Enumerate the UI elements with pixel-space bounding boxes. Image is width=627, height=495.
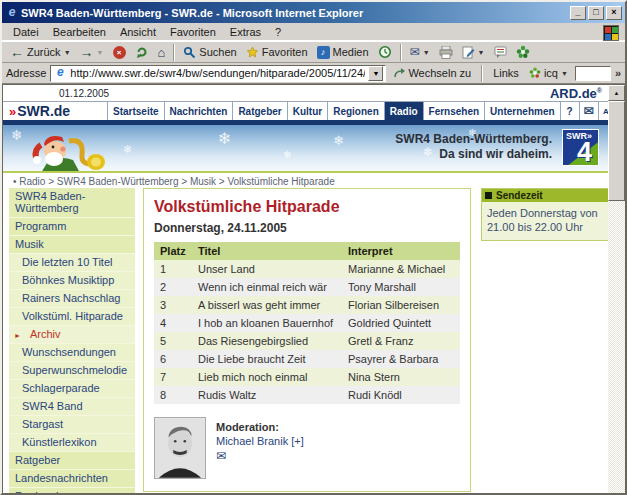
menu-item[interactable]: Extras — [223, 24, 268, 40]
mail-icon: ✉ — [410, 46, 420, 58]
nav-tab[interactable]: Regionen — [327, 102, 384, 120]
sidebar-item[interactable]: ► Wunschsendungen — [9, 344, 135, 362]
search-button[interactable]: Suchen — [179, 45, 240, 60]
sidebar-item[interactable]: ► Archiv — [9, 326, 135, 344]
nav-tab[interactable]: Nachrichten — [164, 102, 233, 120]
moderator-link[interactable]: Michael Branik [+] — [216, 435, 304, 447]
nav-tab[interactable]: Ratgeber — [232, 102, 286, 120]
edit-dropdown-icon[interactable]: ▼ — [478, 49, 485, 56]
moderator-mail-icon[interactable]: ✉ — [216, 449, 226, 463]
christmas-banner: ❄ ❄ ❄ ❄ ❄ ❄ ❄ — [3, 125, 608, 171]
sidebar-item[interactable]: ► Schlagerparade — [9, 380, 135, 398]
nav-tab[interactable]: Kultur — [287, 102, 327, 120]
sidebar-item-label: SWR4 Baden-Württemberg — [15, 190, 85, 214]
address-field[interactable]: e ▼ — [50, 65, 386, 82]
messenger-button[interactable] — [512, 44, 534, 60]
sidebar-item[interactable]: ► Regionalprogramme — [9, 488, 135, 493]
nav-tab[interactable]: Unternehmen — [484, 102, 559, 120]
minimize-button[interactable]: _ — [570, 6, 586, 20]
menu-item[interactable]: ? — [268, 24, 288, 40]
menu-item[interactable]: Ansicht — [113, 24, 163, 40]
sidebar-item[interactable]: ► Stargast — [9, 416, 135, 434]
address-input[interactable] — [70, 67, 365, 79]
sidebar-item[interactable]: ► Programm — [9, 218, 135, 236]
sidebar-item[interactable]: ► Superwunschmelodie — [9, 362, 135, 380]
a-z-index-button[interactable]: A-Z — [598, 102, 608, 120]
sidebar-item-label: Superwunschmelodie — [22, 364, 127, 376]
sidebar-item[interactable]: ► Künstlerlexikon — [9, 434, 135, 452]
menu-item[interactable]: Favoriten — [163, 24, 223, 40]
back-button[interactable]: ← Zurück ▼ — [6, 44, 75, 60]
media-button[interactable]: ♪ Medien — [313, 45, 373, 60]
edit-button[interactable]: ▼ — [458, 45, 489, 60]
sidebar-item[interactable]: ► Volkstüml. Hitparade — [9, 308, 135, 326]
help-button[interactable]: ? — [560, 102, 579, 120]
go-label: Wechseln zu — [408, 67, 471, 79]
discuss-button[interactable] — [490, 45, 511, 60]
sidebar-item[interactable]: ► Musik — [9, 236, 135, 254]
toolbar-separator — [400, 44, 402, 61]
toolbar-separator — [173, 44, 175, 61]
refresh-button[interactable] — [131, 44, 153, 60]
moderation-section: Moderation: Michael Branik [+] ✉ — [154, 417, 460, 479]
mail-button[interactable]: ✉ ▼ — [406, 45, 434, 59]
sendezeit-box: Sendezeit Jeden Donnerstag von 21.00 bis… — [481, 188, 608, 241]
contact-mail-button[interactable]: ✉ — [579, 102, 598, 120]
sidebar-item[interactable]: ► Die letzten 10 Titel — [9, 254, 135, 272]
scroll-up-button[interactable]: ▲ — [608, 85, 625, 101]
table-header-row: Platz Titel Interpret — [154, 242, 460, 260]
favorites-button[interactable]: Favoriten — [242, 45, 312, 60]
sidebar-item[interactable]: ► Landesnachrichten — [9, 470, 135, 488]
go-button[interactable]: Wechseln zu — [390, 66, 474, 80]
ard-link[interactable]: ARD.de® — [550, 86, 602, 101]
address-label: Adresse — [6, 67, 46, 79]
history-button[interactable] — [374, 44, 396, 60]
cell-platz: 6 — [154, 350, 192, 368]
stop-button[interactable]: × — [109, 45, 130, 60]
sidebar-item[interactable]: ► Ratgeber — [9, 452, 135, 470]
breadcrumb[interactable]: • Radio > SWR4 Baden-Württemberg > Musik… — [3, 173, 608, 188]
icq-button[interactable]: icq ▼ — [526, 66, 571, 80]
back-dropdown-icon[interactable]: ▼ — [64, 49, 71, 56]
main-content: Volkstümliche Hitparade Donnerstag, 24.1… — [143, 188, 471, 493]
table-row: 8 Rudis Waltz Rudi Knödl — [154, 386, 460, 404]
sidebar-item-label: Regionalprogramme — [15, 490, 115, 493]
mail-dropdown-icon[interactable]: ▼ — [423, 49, 430, 56]
menu-item[interactable]: Bearbeiten — [46, 24, 113, 40]
nav-tab[interactable]: Startseite — [107, 102, 164, 120]
home-button[interactable]: ⌂ — [154, 45, 170, 60]
media-icon: ♪ — [317, 46, 330, 59]
sidebar-item[interactable]: ► Rainers Nachschlag — [9, 290, 135, 308]
nav-tab[interactable]: Radio — [384, 102, 423, 120]
print-button[interactable] — [435, 45, 457, 60]
page-body: ► SWR4 Baden-Württemberg ► Programm ► Mu… — [3, 188, 608, 493]
sidebar-item[interactable]: ► SWR4 Band — [9, 398, 135, 416]
nav-tabs: StartseiteNachrichtenRatgeberKulturRegio… — [107, 102, 560, 120]
swr-logo-link[interactable]: » SWR.de — [3, 102, 107, 120]
sidebar-navigation: ► SWR4 Baden-Württemberg ► Programm ► Mu… — [9, 188, 135, 493]
cell-titel: I hob an kloanen Bauernhof — [192, 314, 342, 332]
sidebar-item-label: Ratgeber — [15, 454, 60, 466]
messenger-flower-icon — [516, 45, 530, 59]
links-button[interactable]: Links — [490, 66, 522, 80]
forward-button[interactable]: → ▼ — [76, 44, 108, 60]
address-dropdown-button[interactable]: ▼ — [368, 66, 383, 81]
sidebar-item-label: Böhnkes Musiktipp — [22, 274, 114, 286]
sidebar-item[interactable]: ► SWR4 Baden-Württemberg — [9, 188, 135, 218]
nav-tab[interactable]: Fernsehen — [423, 102, 485, 120]
swr4-logo[interactable]: SWR» 4 — [562, 129, 599, 166]
swr4-logo-number: 4 — [577, 137, 592, 168]
current-date: 01.12.2005 — [59, 88, 109, 99]
address-bar: Adresse e ▼ Wechseln zu Links icq ▼ » — [2, 63, 625, 84]
vertical-scrollbar[interactable]: ▲ — [608, 85, 625, 493]
close-button[interactable]: × — [606, 6, 622, 20]
scrollbar-thumb[interactable] — [608, 101, 625, 201]
sidebar-item[interactable]: ► Böhnkes Musiktipp — [9, 272, 135, 290]
menu-item[interactable]: Datei — [6, 24, 46, 40]
standard-toolbar: ← Zurück ▼ → ▼ × ⌂ Suchen Favoriten ♪ Me… — [2, 41, 625, 63]
maximize-button[interactable]: □ — [588, 6, 604, 20]
toolbar-overflow-chevron-icon[interactable]: » — [615, 67, 621, 79]
icq-dropdown-icon[interactable]: ▼ — [561, 70, 568, 77]
table-row: 7 Lieb mich noch einmal Nina Stern — [154, 368, 460, 386]
icq-search-input[interactable] — [575, 66, 611, 81]
